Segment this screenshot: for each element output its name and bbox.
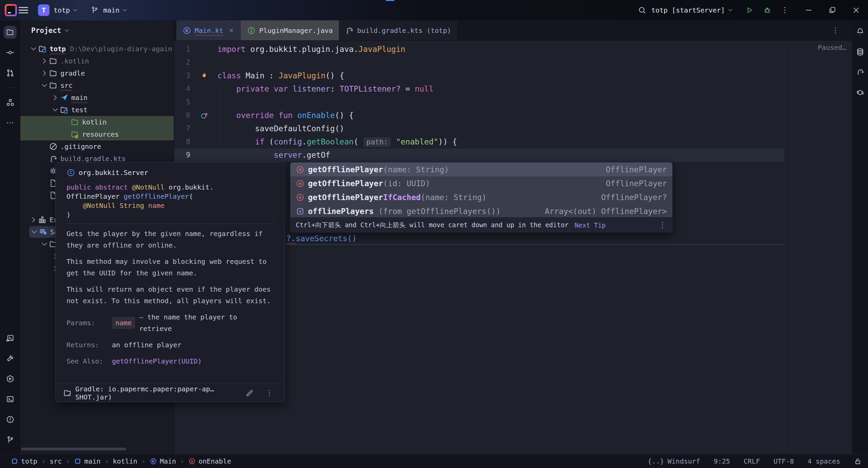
status-bar: totp›src›main›kotlin›Main›monEnable {..}… — [0, 454, 868, 468]
horizontal-scrollbar[interactable] — [21, 448, 126, 450]
more-actions-button[interactable] — [780, 6, 789, 15]
maximize-button[interactable] — [828, 6, 837, 15]
run-button[interactable] — [4, 372, 17, 385]
completion-item-getOfflinePlayer[interactable]: mgetOfflinePlayer(name: String)OfflinePl… — [290, 162, 672, 176]
tree-item-src[interactable]: src — [20, 79, 174, 92]
chevron-down-icon[interactable] — [40, 81, 49, 90]
tree-item-label: totp — [50, 45, 66, 53]
debug-button[interactable] — [763, 6, 772, 15]
ai-button[interactable] — [854, 86, 867, 99]
status-Windsurf[interactable]: {..}Windsurf — [648, 457, 700, 465]
status-4 spaces[interactable]: 4 spaces — [808, 457, 840, 465]
completion-item-getOfflinePlayer[interactable]: mgetOfflinePlayer(id: UUID)OfflinePlayer — [290, 176, 672, 190]
tree-item-.kotlin[interactable]: .kotlin — [20, 55, 174, 67]
tree-item-resources[interactable]: resources — [20, 128, 174, 140]
tab-options-button[interactable] — [831, 20, 840, 41]
more-icon — [6, 118, 15, 127]
tree-item-label: .gitignore — [60, 142, 101, 151]
project-panel-chevron-icon[interactable] — [63, 27, 70, 34]
tree-item-test[interactable]: test — [20, 104, 174, 116]
branch-button[interactable] — [4, 433, 17, 446]
chevron-down-icon[interactable] — [29, 44, 38, 53]
tree-item-totp[interactable]: totpD:\Dev\plugin-diary-again- — [20, 43, 174, 55]
line-number: 1 — [174, 43, 195, 56]
breadcrumb-onEnable[interactable]: monEnable — [188, 457, 231, 465]
run-button[interactable] — [745, 6, 754, 15]
breadcrumb-totp[interactable]: totp — [11, 457, 37, 465]
chevron-right-icon[interactable] — [40, 57, 49, 65]
completion-item-getOfflinePlayerIfCached[interactable]: mgetOfflinePlayerIfCached(name: String)O… — [290, 190, 672, 204]
gradle-button[interactable] — [854, 66, 867, 79]
doc-options-button[interactable] — [265, 389, 274, 397]
project-panel-header[interactable]: Project — [20, 20, 174, 41]
editor-line-5[interactable]: 5 — [174, 96, 784, 109]
editor-line-2[interactable]: 2 — [174, 56, 784, 69]
more-button[interactable] — [4, 116, 17, 129]
project-button[interactable] — [4, 26, 17, 39]
project-panel-title: Project — [31, 26, 61, 35]
breadcrumb-main[interactable]: main — [74, 457, 100, 465]
breadcrumb-src[interactable]: src — [50, 457, 62, 465]
doc-description: Gets the player by the given name, regar… — [66, 228, 274, 307]
build-button[interactable] — [4, 352, 17, 365]
next-tip-link[interactable]: Next Tip — [575, 221, 606, 229]
minimize-button[interactable] — [804, 6, 813, 15]
tab-PluginManager.java[interactable]: PluginManager.java — [241, 20, 339, 40]
close-tab-icon[interactable] — [228, 27, 235, 34]
doc-see-link[interactable]: getOfflinePlayer(UUID) — [112, 355, 202, 367]
parameter-hint: path: — [364, 137, 390, 147]
completion-item-offlinePlayers[interactable]: vofflinePlayers (from getOfflinePlayers(… — [290, 204, 672, 218]
chevron-down-icon[interactable] — [51, 105, 60, 114]
tip-options-button[interactable] — [658, 221, 667, 230]
project-name[interactable]: totp — [54, 6, 70, 14]
structure-button[interactable] — [4, 96, 17, 109]
completion-return-type: Array<(out) OfflinePlayer> — [545, 207, 667, 216]
branch-switcher[interactable]: main — [90, 6, 128, 15]
breadcrumb-kotlin[interactable]: kotlin — [113, 457, 137, 465]
tree-item-main[interactable]: main — [20, 92, 174, 104]
edit-source-icon[interactable] — [245, 389, 254, 397]
terminal-button[interactable] — [4, 393, 17, 406]
editor-line-4[interactable]: 4 private var listener: TOTPListener? = … — [174, 82, 784, 96]
editor-line-8[interactable]: 8 if (config.getBoolean( path: "enabled"… — [174, 135, 784, 149]
method-icon: m — [296, 193, 305, 202]
tree-item-label: src — [60, 81, 73, 90]
commit-button[interactable] — [4, 46, 17, 59]
status-CRLF[interactable]: CRLF — [744, 457, 760, 465]
services-button[interactable] — [4, 332, 17, 345]
status-unlock[interactable] — [854, 457, 862, 465]
project-chevron-icon[interactable] — [72, 7, 79, 14]
status-UTF-8[interactable]: UTF-8 — [773, 457, 794, 465]
editor-line-1[interactable]: 1import org.bukkit.plugin.java.JavaPlugi… — [174, 43, 784, 56]
chevron-down-icon[interactable] — [30, 228, 39, 236]
search-icon[interactable] — [638, 6, 647, 15]
tab-build.gradle.kts (totp)[interactable]: build.gradle.kts (totp) — [339, 20, 457, 40]
tree-item-kotlin[interactable]: kotlin — [20, 116, 174, 128]
tree-item-gradle[interactable]: gradle — [20, 67, 174, 79]
run-config-chevron-icon[interactable] — [727, 7, 734, 14]
notifications-button[interactable] — [854, 25, 867, 38]
chevron-right-icon[interactable] — [40, 69, 49, 78]
doc-param-name: name — [112, 317, 135, 329]
status-9:25[interactable]: 9:25 — [714, 457, 730, 465]
tab-Main.kt[interactable]: Main.kt — [176, 20, 241, 40]
breadcrumb-Main[interactable]: Main — [150, 457, 176, 465]
pull-requests-button[interactable] — [4, 66, 17, 79]
project-avatar[interactable]: T — [38, 4, 50, 16]
close-window-button[interactable] — [852, 6, 861, 15]
database-button[interactable] — [854, 45, 867, 58]
chevron-right-icon[interactable] — [51, 93, 60, 102]
editor-line-7[interactable]: 7 saveDefaultConfig() — [174, 122, 784, 135]
chevron-right-icon[interactable] — [29, 215, 38, 224]
line-number: 6 — [174, 109, 195, 122]
line-number: 7 — [174, 122, 195, 135]
main-menu-button[interactable] — [17, 4, 30, 17]
editor-line-3[interactable]: 3class Main : JavaPlugin() { — [174, 69, 784, 82]
run-configuration[interactable]: totp [startServer] — [651, 6, 725, 14]
chevron-down-icon[interactable] — [40, 240, 49, 249]
editor-line-9[interactable]: 9 server.getOf — [174, 149, 784, 162]
problems-button[interactable] — [4, 413, 17, 426]
tab-label: Main.kt — [195, 26, 223, 35]
tree-item-.gitignore[interactable]: .gitignore — [20, 140, 174, 153]
editor-line-6[interactable]: 6 override fun onEnable() { — [174, 109, 784, 122]
